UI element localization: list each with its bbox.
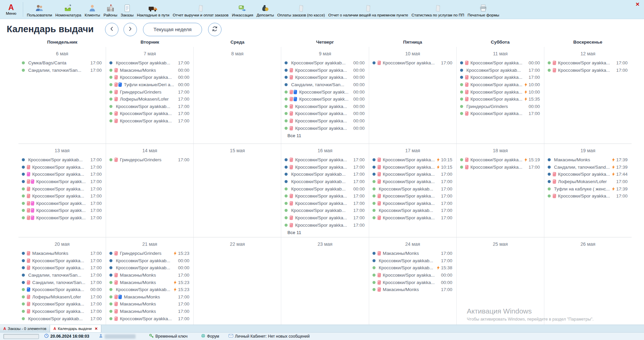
toolbar-item-collection[interactable]: Инкассация [230, 2, 255, 19]
calendar-item[interactable]: Кроссовки/Spor ayakkab...15:38 [369, 264, 456, 272]
calendar-item[interactable]: Кроссовки/Spor ayakka...17:00 [18, 300, 106, 308]
calendar-item[interactable]: Кроссовки/Spor ayakka...15:35 [457, 96, 544, 103]
calendar-item[interactable]: Кроссовки/Spor ayakkab...17:00 [106, 103, 193, 110]
calendar-item[interactable]: Макасины/Monks00:00 [106, 67, 193, 74]
show-all-link[interactable]: Все 11 [281, 229, 368, 236]
calendar-item[interactable]: Гриндерсы/Grinders17:00 [106, 156, 193, 164]
calendar-item[interactable]: Кроссовки/Spor ayakka...17:00 [18, 192, 106, 200]
calendar-item[interactable]: Кроссовки/Spor ayakka...10:00 [457, 88, 544, 96]
calendar-item[interactable]: Кроссовки/Spor ayakk...17:00 [18, 200, 106, 207]
tab-calendar[interactable]: AКалендарь выдачи✕ [50, 325, 101, 332]
calendar-item[interactable]: Кроссовки/Spor ayakka...17:00 [281, 156, 368, 164]
calendar-item[interactable]: Кроссовки/Spor ayakka...17:00 [18, 264, 106, 272]
calendar-item[interactable]: Кроссовки/Spor ayakk...17:00 [18, 207, 106, 214]
toolbar-item-print-forms[interactable]: Печатные формы [466, 2, 501, 19]
calendar-item[interactable]: Кроссовки/Spor ayakkab...00:00 [106, 264, 193, 272]
calendar-item[interactable]: Кроссовки/Spor ayakkab...17:00 [18, 156, 106, 164]
calendar-item[interactable]: Сандалии, тапочки/San...00:00 [281, 81, 368, 89]
calendar-item[interactable]: Кроссовки/Spor ayakka...17:00 [544, 192, 632, 200]
calendar-item[interactable]: Кроссовки/Spor ayakk...00:00 [281, 96, 368, 103]
calendar-item[interactable]: Туфли кожаные/Deri a...00:00 [106, 81, 193, 89]
calendar-item[interactable]: Кроссовки/Spor ayakka...17:00 [544, 59, 632, 67]
calendar-item[interactable]: Кроссовки/Spor ayakka...00:00 [106, 74, 193, 81]
calendar-item[interactable]: Кроссовки/Spor ayakka...17:00 [369, 59, 456, 67]
calendar-item[interactable]: Кроссовки/Spor ayakkab...17:00 [369, 185, 456, 192]
calendar-item[interactable]: Кроссовки/Spor ayakka...17:00 [18, 164, 106, 171]
calendar-item[interactable]: Кроссовки/Spor ayakka...00:00 [281, 110, 368, 117]
calendar-item[interactable]: Кроссовки/Spor ayakkab...17:00 [281, 207, 368, 214]
calendar-item[interactable]: Кроссовки/Spor ayakka...17:00 [369, 200, 456, 207]
calendar-item[interactable]: Кроссовки/Spor ayakka...17:00 [369, 171, 456, 178]
calendar-item[interactable]: Кроссовки/Spor ayakka...17:00 [281, 200, 368, 207]
calendar-item[interactable]: Сандалии, тапочки/San...17:00 [18, 279, 106, 286]
calendar-item[interactable]: Макасины/Monks17:00 [106, 308, 193, 315]
calendar-item[interactable]: Кроссовки/Spor ayakka...17:00 [281, 164, 368, 171]
calendar-item[interactable]: Кроссовки/Spor ayakkab...17:00 [18, 315, 106, 322]
calendar-item[interactable]: Кроссовки/Spor ayakkab...17:00 [281, 178, 368, 185]
calendar-item[interactable]: Кроссовки/Spor ayakkab...17:00 [106, 59, 193, 67]
calendar-item[interactable]: Кроссовки/Spor ayakkab...00:00 [281, 59, 368, 67]
calendar-item[interactable]: Лоферы/Mokasen/Lofer17:00 [106, 96, 193, 103]
toolbar-item-pp-stats[interactable]: Статистика по услугам по ПП [410, 2, 466, 19]
prev-week-button[interactable] [105, 23, 118, 36]
calendar-item[interactable]: Кроссовки/Spor ayakka...17:00 [281, 221, 368, 229]
calendar-item[interactable]: Кроссовки/Spor ayakka...17:00 [281, 214, 368, 222]
toolbar-item-users[interactable]: Пользователи [25, 2, 54, 19]
calendar-item[interactable]: Кроссовки/Spor ayakka...00:00 [369, 279, 456, 286]
calendar-item[interactable]: Кроссовки/Spor ayakk...17:00 [18, 214, 106, 222]
calendar-item[interactable]: Кроссовки/Spor ayakkab...15:23 [106, 286, 193, 293]
calendar-item[interactable]: Кроссовки/Spor ayakka...10:15 [369, 164, 456, 171]
calendar-item[interactable]: Сандалии, тапочки/San...17:00 [18, 67, 106, 74]
toolbar-item-deposits[interactable]: Депозиты [255, 2, 276, 19]
calendar-item[interactable]: Гриндерсы/Grinders17:00 [106, 88, 193, 96]
calendar-item[interactable]: Лоферы/Mokasen/Lofer17:00 [544, 178, 632, 185]
current-week-button[interactable]: Текущая неделя [143, 23, 202, 36]
calendar-item[interactable]: Кроссовки/Spor ayakka...10:15 [369, 156, 456, 164]
calendar-item[interactable]: Кроссовки/Spor ayakkab...00:00 [106, 257, 193, 265]
calendar-item[interactable]: Лоферы/Mokasen/Lofer17:00 [18, 293, 106, 301]
calendar-item[interactable]: Кроссовки/Spor ayakkab...00:00 [281, 185, 368, 192]
refresh-button[interactable] [208, 23, 221, 36]
forum-status[interactable]: Форум [201, 334, 219, 339]
calendar-item[interactable]: Кроссовки/Spor ayakkab...17:00 [281, 171, 368, 178]
calendar-item[interactable]: Туфли на каблуке ( женс...17:39 [544, 185, 632, 192]
calendar-item[interactable]: Кроссовки/Spor ayakka...17:00 [106, 110, 193, 117]
calendar-item[interactable]: Кроссовки/Spor ayakka...17:00 [369, 214, 456, 222]
calendar-item[interactable]: Кроссовки/Spor ayakka...17:00 [106, 315, 193, 322]
calendar-item[interactable]: Кроссовки/Spor ayakkab...17:00 [369, 257, 456, 265]
calendar-item[interactable]: Кроссовки/Spor ayakka...00:00 [281, 117, 368, 125]
next-week-button[interactable] [123, 23, 137, 36]
calendar-item[interactable]: Кроссовки/Spor ayakka...00:00 [457, 59, 544, 67]
calendar-item[interactable]: Макасины/Monks17:00 [106, 293, 193, 301]
toolbar-item-stock-report[interactable]: Отчет о наличии вещей на приемном пункте [327, 2, 410, 19]
calendar-item[interactable]: Макасины/Monks17:00 [18, 250, 106, 257]
cabinet-status[interactable]: Личный Кабинет: Нет новых сообщений [229, 334, 310, 339]
temp-key-status[interactable]: Временный ключ [149, 334, 188, 339]
calendar-item[interactable]: Кроссовки/Spor ayakka...17:00 [544, 67, 632, 74]
calendar-item[interactable]: Кроссовки/Spor ayakka...00:00 [281, 67, 368, 74]
calendar-item[interactable]: Гриндерсы/Grinders15:23 [106, 250, 193, 257]
calendar-item[interactable]: Кроссовки/Spor ayakka...17:00 [281, 192, 368, 200]
calendar-item[interactable]: Кроссовки/Spor ayakka...15:19 [457, 156, 544, 164]
calendar-item[interactable]: Макасины/Monks17:00 [369, 250, 456, 257]
calendar-item[interactable]: Сумка/Bags/Canta17:00 [18, 59, 106, 67]
toolbar-item-districts[interactable]: Районы [102, 2, 119, 19]
toolbar-item-orders[interactable]: Заказы [119, 2, 135, 19]
toolbar-item-clients[interactable]: Клиенты [83, 2, 102, 19]
calendar-item[interactable]: Макасины/Monks17:00 [369, 286, 456, 293]
calendar-item[interactable]: Кроссовки/Spor ayakkab...17:00 [457, 67, 544, 74]
calendar-item[interactable]: Кроссовки/Spor ayakka...17:00 [18, 257, 106, 265]
calendar-item[interactable]: Сандалии, тапочки/San...17:00 [18, 272, 106, 279]
calendar-item[interactable]: Кроссовки/Spor ayakka...17:00 [457, 110, 544, 117]
calendar-item[interactable]: Кроссовки/Spor ayakka...17:00 [369, 192, 456, 200]
calendar-item[interactable]: Кроссовки/Spor ayakka...00:00 [18, 286, 106, 293]
tab-close-icon[interactable]: ✕ [95, 327, 98, 331]
calendar-item[interactable]: Кроссовки/Spor ayakk...00:00 [281, 88, 368, 96]
toolbar-item-cash-payments[interactable]: Оплаты заказов (по кассе) [276, 2, 327, 19]
toolbar-item-revenue-report[interactable]: Отчет выручки и оплат заказов [171, 2, 230, 19]
calendar-item[interactable]: Кроссовки/Spor ayakka...10:00 [457, 81, 544, 89]
calendar-item[interactable]: Кроссовки/Spor ayakka...00:00 [369, 272, 456, 279]
calendar-item[interactable]: Кроссовки/Spor ayakka...17:44 [544, 171, 632, 178]
show-all-link[interactable]: Все 11 [281, 132, 368, 139]
calendar-item[interactable]: Кроссовки/Spor ayakka...00:00 [281, 74, 368, 81]
